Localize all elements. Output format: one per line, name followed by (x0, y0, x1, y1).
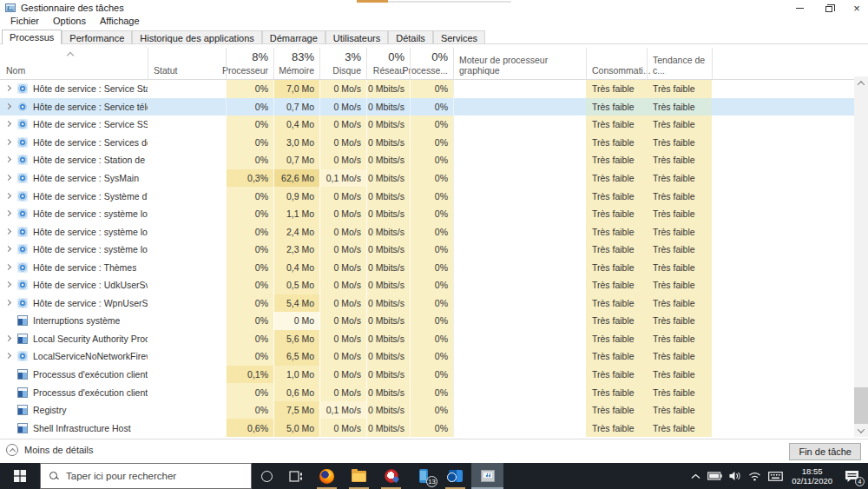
battery-indicator[interactable] (704, 463, 726, 489)
table-row[interactable]: Hôte de service : système local 0% 1,1 M… (0, 205, 854, 223)
table-row[interactable]: Hôte de service : Services de chi... 0% … (0, 134, 854, 152)
table-row[interactable]: Processus d'exécution client-ser... 0% 0… (0, 383, 854, 401)
expand-chevron-icon[interactable] (3, 83, 14, 94)
column-header-power-usage[interactable]: Consommati... (586, 46, 647, 79)
close-button[interactable]: × (842, 0, 868, 16)
expand-chevron-icon[interactable] (3, 334, 14, 344)
expand-chevron-icon[interactable] (3, 298, 14, 308)
end-task-button[interactable]: Fin de tâche (789, 443, 861, 460)
expand-chevron-icon[interactable] (3, 208, 14, 219)
process-name-cell: Hôte de service : UdkUserSvc_4... (0, 276, 148, 294)
table-row[interactable]: Hôte de service : SysMain 0,3% 62,6 Mo 0… (0, 169, 854, 188)
table-row[interactable]: Hôte de service : Service téléph... 0% 0… (0, 98, 854, 116)
process-name-cell: Hôte de service : système local (0, 205, 148, 223)
minimize-button[interactable] (785, 0, 814, 16)
table-row[interactable]: Hôte de service : système local 0% 2,4 M… (0, 222, 854, 241)
table-row[interactable]: Interruptions système 0% 0 Mo 0 Mo/s 0 M… (0, 312, 854, 330)
taskbar-app-your-phone[interactable]: 13 (407, 463, 439, 489)
gpu-engine-cell (453, 169, 586, 188)
column-header-gpu[interactable]: 0% Processe... (410, 46, 453, 79)
search-input[interactable] (66, 471, 251, 481)
volume-indicator[interactable] (726, 463, 745, 489)
power-usage-cell: Très faible (586, 383, 647, 401)
less-details-toggle[interactable]: Moins de détails (6, 444, 94, 456)
firefox-icon (319, 469, 334, 484)
menu-fichier[interactable]: Fichier (3, 16, 46, 28)
action-center-button[interactable]: 4 (838, 463, 868, 489)
column-header-power-trend[interactable]: Tendance de c... (647, 46, 712, 79)
expand-chevron-icon[interactable] (3, 137, 14, 148)
scroll-down-icon[interactable] (854, 424, 868, 437)
table-row[interactable]: Shell Infrastructure Host 0,6% 5,0 Mo 0 … (0, 419, 854, 437)
taskbar-app-screen-recorder[interactable] (375, 463, 407, 489)
tab-d-marrage[interactable]: Démarrage (262, 30, 326, 44)
disk-cell: 0 Mo/s (319, 258, 366, 276)
gpu-cell: 0% (410, 116, 453, 134)
expand-chevron-icon[interactable] (3, 244, 14, 254)
column-header-gpu-engine[interactable]: Moteur de processeur graphique (453, 46, 586, 79)
menu-affichage[interactable]: Affichage (93, 16, 147, 28)
column-header-disk[interactable]: 3% Disque (319, 46, 366, 79)
table-row[interactable]: Hôte de service : Thèmes 0% 0,4 Mo 0 Mo/… (0, 258, 854, 276)
status-cell (148, 222, 226, 241)
disk-cell: 0 Mo/s (319, 294, 366, 313)
cortana-button[interactable] (252, 463, 281, 489)
menu-options[interactable]: Options (46, 16, 93, 28)
table-row[interactable]: Hôte de service : Station de travail 0% … (0, 151, 854, 169)
taskbar-app-firefox[interactable] (311, 463, 343, 489)
vertical-scrollbar[interactable] (854, 76, 868, 437)
tray-expand-button[interactable] (687, 463, 704, 489)
tab-historique-des-applications[interactable]: Historique des applications (132, 30, 261, 44)
table-row[interactable]: Hôte de service : Service State R... 0% … (0, 80, 854, 98)
table-row[interactable]: Hôte de service : WpnUserServic... 0% 5,… (0, 294, 854, 313)
expand-chevron-icon[interactable] (3, 173, 14, 183)
scroll-up-icon[interactable] (854, 76, 868, 89)
table-row[interactable]: Hôte de service : Système d'évé... 0% 0,… (0, 187, 854, 205)
expand-chevron-icon[interactable] (3, 280, 14, 290)
outlook-icon (449, 470, 463, 482)
column-header-memory[interactable]: 83% Mémoire (273, 46, 319, 79)
expand-chevron-icon[interactable] (3, 155, 14, 165)
task-view-button[interactable] (281, 463, 311, 489)
expand-chevron-icon[interactable] (3, 262, 14, 273)
app-window-icon (17, 315, 28, 326)
column-header-cpu[interactable]: 8% Processeur (226, 46, 273, 79)
tab-utilisateurs[interactable]: Utilisateurs (326, 30, 388, 44)
table-row[interactable]: Hôte de service : système local (... 0% … (0, 241, 854, 259)
tab-d-tails[interactable]: Détails (388, 30, 433, 44)
table-row[interactable]: Hôte de service : UdkUserSvc_4... 0% 0,5… (0, 276, 854, 294)
table-row[interactable]: Registry 0% 7,5 Mo 0,1 Mo/s 0 Mbits/s 0%… (0, 401, 854, 420)
taskbar-app-task-manager[interactable] (471, 463, 503, 489)
expand-chevron-icon[interactable] (3, 191, 14, 202)
tab-performance[interactable]: Performance (62, 30, 132, 44)
expand-chevron-icon[interactable] (3, 227, 14, 237)
tab-services[interactable]: Services (433, 30, 485, 44)
expand-chevron-icon[interactable] (3, 119, 14, 129)
service-gear-icon (17, 262, 28, 273)
expand-chevron-icon[interactable] (3, 351, 14, 361)
restore-button[interactable] (814, 0, 844, 16)
touch-keyboard-button[interactable] (765, 463, 786, 489)
taskbar-app-file-explorer[interactable] (343, 463, 375, 489)
table-row[interactable]: Processus d'exécution client-ser... 0,1%… (0, 366, 854, 384)
gpu-engine-cell (453, 330, 586, 348)
cpu-cell: 0% (226, 98, 273, 116)
clock[interactable]: 18:55 02/11/2020 (786, 463, 838, 489)
table-row[interactable]: Local Security Authority Process... 0% 5… (0, 330, 854, 348)
expand-chevron-icon[interactable] (3, 102, 14, 112)
column-header-status[interactable]: Statut (148, 46, 226, 79)
start-button[interactable] (0, 463, 40, 489)
tab-processus[interactable]: Processus (2, 30, 62, 44)
power-usage-cell: Très faible (586, 241, 647, 259)
column-header-name[interactable]: Nom (0, 46, 148, 79)
table-row[interactable]: Hôte de service : Service SSTP (S... 0% … (0, 116, 854, 134)
taskbar-search-box[interactable] (40, 463, 252, 489)
network-cell: 0 Mbits/s (366, 80, 410, 98)
taskbar-app-outlook[interactable] (439, 463, 471, 489)
gpu-cell: 0% (410, 134, 453, 152)
network-indicator[interactable] (745, 463, 765, 489)
memory-cell: 0,9 Mo (273, 187, 319, 205)
scrollbar-thumb[interactable] (854, 387, 868, 424)
gpu-engine-cell (453, 80, 586, 98)
table-row[interactable]: LocalServiceNoNetworkFirewall ... 0% 6,5… (0, 347, 854, 366)
